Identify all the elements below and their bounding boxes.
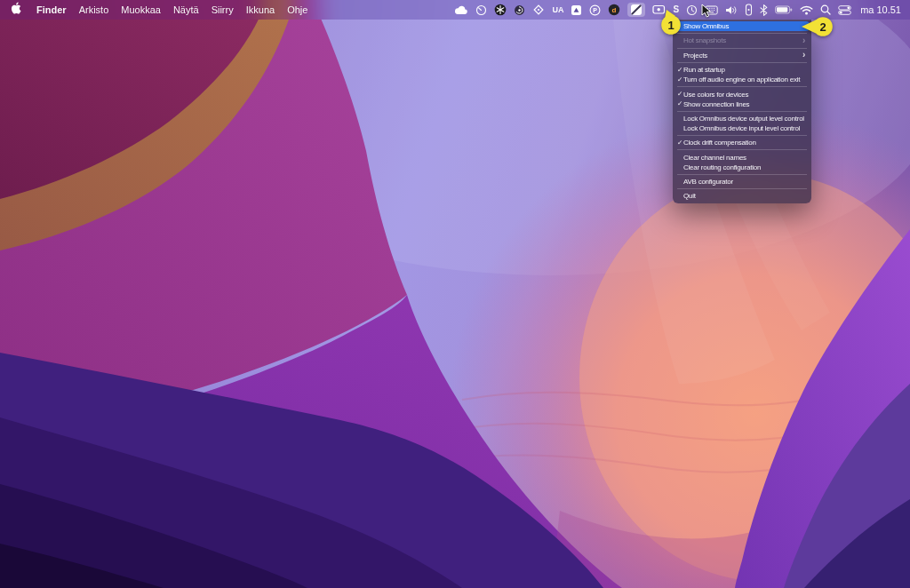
diamond-icon[interactable]: [532, 4, 545, 16]
checkmark: ✓: [677, 91, 683, 98]
menu-item-label: Quit: [683, 192, 805, 200]
battery-icon[interactable]: [775, 5, 793, 14]
menu-item[interactable]: ✓Clock drift compensation: [673, 138, 811, 147]
menu-item-label: Show Omnibus: [683, 22, 805, 30]
menu-item[interactable]: Clear routing configuration: [673, 163, 811, 172]
menu-item[interactable]: ✓Turn off audio engine on application ex…: [673, 75, 811, 84]
menu-item: Hot snapshots›: [673, 36, 811, 45]
annotation-badge-1: 1: [659, 10, 683, 36]
swirl-icon[interactable]: [514, 4, 525, 16]
volume-icon[interactable]: [725, 5, 738, 15]
menubar-item-näytä[interactable]: Näytä: [173, 4, 199, 15]
checkmark: ✓: [677, 100, 683, 107]
menu-item[interactable]: Lock Omnibus device input level control: [673, 123, 811, 133]
checkmark: ✓: [677, 67, 683, 74]
wifi-icon[interactable]: [800, 5, 813, 15]
svg-text:1: 1: [667, 19, 674, 32]
annotation-badge-2: 2: [801, 15, 834, 38]
svg-text:2: 2: [819, 20, 826, 34]
menu-separator: [677, 135, 807, 136]
menu-item-label: Run at startup: [683, 66, 805, 74]
menu-item-label: Projects: [683, 52, 802, 60]
menu-separator: [677, 33, 807, 34]
p-circle-icon[interactable]: P: [589, 4, 601, 16]
menu-item[interactable]: Clear channel names: [673, 153, 811, 163]
svg-text:d: d: [612, 6, 617, 14]
menu-item-label: Lock Omnibus device output level control: [683, 115, 805, 123]
menu-item-label: Lock Omnibus device input level control: [683, 124, 805, 132]
menubar-item-arkisto[interactable]: Arkisto: [79, 4, 109, 15]
pinwheel-icon[interactable]: [494, 4, 507, 16]
menubar-item-siirry[interactable]: Siirry: [212, 4, 234, 15]
menu-item[interactable]: Show Omnibus: [675, 21, 810, 31]
menu-item-label: Turn off audio engine on application exi…: [683, 75, 805, 83]
menu-item[interactable]: ✓Use colors for devices: [673, 90, 811, 99]
checkmark: ✓: [677, 139, 683, 147]
menu-separator: [677, 86, 807, 87]
apple-menu[interactable]: [11, 2, 21, 18]
menu-item-label: Clear routing configuration: [683, 163, 805, 171]
omnibus-icon: [631, 4, 642, 15]
menu-separator: [677, 111, 807, 112]
menu-separator: [677, 62, 807, 63]
menu-item[interactable]: Projects›: [673, 51, 811, 60]
control-center-icon[interactable]: [838, 5, 851, 15]
omnibus-dropdown-menu: Show OmnibusHot snapshots›Projects›✓Run …: [673, 20, 811, 203]
menu-separator: [677, 149, 807, 150]
menu-separator: [677, 188, 807, 189]
menu-separator: [677, 48, 807, 49]
omnibus-menubar-icon[interactable]: [627, 3, 645, 17]
spotlight-search-icon[interactable]: [820, 4, 831, 15]
menu-item[interactable]: ✓Run at startup: [673, 65, 811, 75]
menu-item[interactable]: Quit: [673, 191, 811, 201]
svg-text:P: P: [594, 7, 598, 13]
menubar-item-muokkaa[interactable]: Muokkaa: [121, 4, 161, 15]
menu-item-label: Clock drift compensation: [683, 139, 805, 147]
desktop: FinderArkistoMuokkaaNäytäSiirryIkkunaOhj…: [0, 0, 910, 588]
menubar-item-finder[interactable]: Finder: [36, 4, 67, 15]
apple-icon: [11, 2, 21, 14]
triangle-app-icon[interactable]: [571, 4, 582, 16]
menu-item[interactable]: Lock Omnibus device output level control: [673, 114, 811, 123]
gauge-icon[interactable]: [475, 4, 487, 16]
dongle-icon[interactable]: [745, 4, 753, 16]
menubar-item-ikkuna[interactable]: Ikkuna: [246, 4, 275, 15]
d-circle-icon[interactable]: d: [608, 4, 620, 16]
menu-bar: FinderArkistoMuokkaaNäytäSiirryIkkunaOhj…: [0, 0, 910, 20]
mouse-cursor: [701, 4, 713, 19]
checkmark: ✓: [677, 76, 683, 83]
menu-item-label: Use colors for devices: [683, 91, 805, 99]
menu-item-label: Clear channel names: [683, 154, 805, 162]
menu-item-label: Show connection lines: [683, 100, 805, 108]
menubar-item-ohje[interactable]: Ohje: [287, 4, 307, 15]
menu-item[interactable]: ✓Show connection lines: [673, 99, 811, 109]
menubar-menus: FinderArkistoMuokkaaNäytäSiirryIkkunaOhj…: [32, 4, 307, 15]
cloud-icon[interactable]: [454, 5, 468, 15]
menu-item-label: Hot snapshots: [683, 36, 802, 44]
menubar-clock[interactable]: ma 10.51: [860, 5, 901, 15]
bluetooth-icon[interactable]: [760, 4, 768, 16]
menu-separator: [677, 174, 807, 175]
timer-clock-icon[interactable]: [686, 4, 698, 16]
menu-item-label: AVB configurator: [683, 178, 805, 186]
menu-item[interactable]: AVB configurator: [673, 177, 811, 187]
